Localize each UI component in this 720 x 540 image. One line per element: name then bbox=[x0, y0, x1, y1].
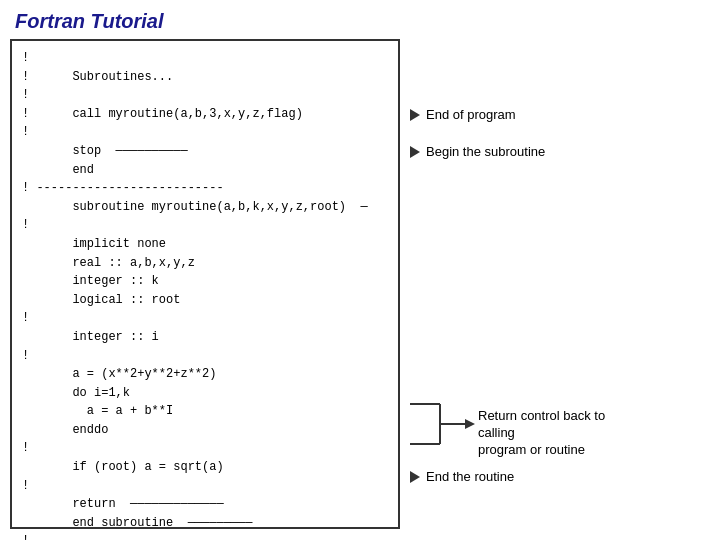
code-line: logical :: root bbox=[22, 291, 388, 310]
code-line: stop —————————— bbox=[22, 142, 388, 161]
arrow-right-icon bbox=[410, 471, 420, 483]
code-line: ! call myroutine(a,b,3,x,y,z,flag) bbox=[22, 105, 388, 124]
code-line: a = a + b**I bbox=[22, 402, 388, 421]
code-line: ! bbox=[22, 439, 388, 458]
page-title: Fortran Tutorial bbox=[0, 0, 720, 39]
code-line: ! bbox=[22, 49, 388, 68]
return-control-label: Return control back to callingprogram or… bbox=[478, 408, 638, 459]
code-line: end subroutine ————————— bbox=[22, 514, 388, 533]
code-line: ! Subroutines... bbox=[22, 68, 388, 87]
code-line: ! bbox=[22, 347, 388, 366]
code-line: a = (x**2+y**2+z**2) bbox=[22, 365, 388, 384]
code-box: ! ! Subroutines... ! ! call myroutine(a,… bbox=[10, 39, 400, 529]
code-line: ! bbox=[22, 477, 388, 496]
code-line: !---------------------------------- bbox=[22, 532, 388, 540]
main-container: ! ! Subroutines... ! ! call myroutine(a,… bbox=[0, 39, 720, 529]
code-line: enddo bbox=[22, 421, 388, 440]
code-line: implicit none bbox=[22, 235, 388, 254]
svg-marker-4 bbox=[465, 419, 475, 429]
code-line: real :: a,b,x,y,z bbox=[22, 254, 388, 273]
code-line: if (root) a = sqrt(a) bbox=[22, 458, 388, 477]
annotations-panel: End of program Begin the subroutine Retu… bbox=[410, 39, 710, 529]
end-of-program-label: End of program bbox=[426, 107, 516, 124]
code-line: return ————————————— bbox=[22, 495, 388, 514]
end-of-program-annotation: End of program bbox=[410, 107, 516, 124]
code-line: ! bbox=[22, 86, 388, 105]
code-line: ! bbox=[22, 123, 388, 142]
end-routine-annotation: End the routine bbox=[410, 469, 514, 486]
code-line: integer :: k bbox=[22, 272, 388, 291]
end-routine-label: End the routine bbox=[426, 469, 514, 486]
return-control-annotation: Return control back to callingprogram or… bbox=[410, 394, 490, 454]
code-line: do i=1,k bbox=[22, 384, 388, 403]
begin-subroutine-label: Begin the subroutine bbox=[426, 144, 545, 161]
begin-subroutine-annotation: Begin the subroutine bbox=[410, 144, 545, 161]
code-line: ! bbox=[22, 309, 388, 328]
arrow-right-icon bbox=[410, 109, 420, 121]
code-line: ! -------------------------- bbox=[22, 179, 388, 198]
code-line: subroutine myroutine(a,b,k,x,y,z,root) — bbox=[22, 198, 388, 217]
arrow-right-icon bbox=[410, 146, 420, 158]
code-line: end bbox=[22, 161, 388, 180]
code-line: integer :: i bbox=[22, 328, 388, 347]
code-line: ! bbox=[22, 216, 388, 235]
